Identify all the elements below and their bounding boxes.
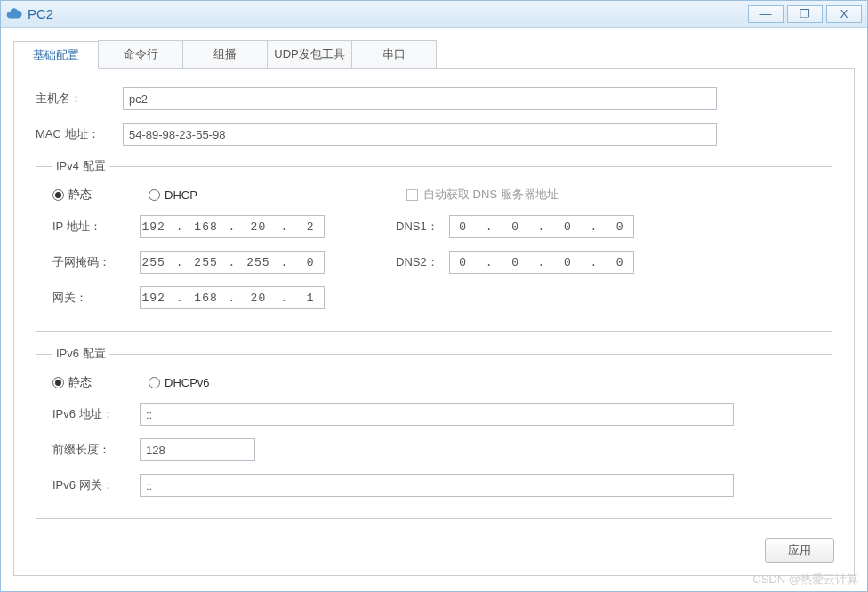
ip-label: IP 地址： (52, 219, 140, 235)
mask-label: 子网掩码： (52, 254, 140, 270)
ipv6-gw-input[interactable] (140, 474, 734, 497)
dns2-label: DNS2： (396, 254, 449, 270)
radio-icon (149, 189, 160, 201)
ipv6-static-radio[interactable]: 静态 (52, 374, 140, 390)
ipv6-static-label: 静态 (68, 374, 92, 390)
tabbar: 基础配置 命令行 组播 UDP发包工具 串口 (13, 40, 855, 69)
ipv6-legend: IPv6 配置 (52, 346, 109, 362)
ipv4-legend: IPv4 配置 (52, 158, 109, 174)
hostname-input[interactable] (123, 87, 717, 110)
radio-icon (149, 377, 160, 388)
auto-dns-checkbox[interactable]: 自动获取 DNS 服务器地址 (406, 187, 559, 203)
ipv6-gw-label: IPv6 网关： (52, 477, 140, 493)
gw-input[interactable]: 192. 168. 20. 1 (140, 286, 325, 309)
panel-basic: 主机名： MAC 地址： IPv4 配置 静态 DHCP (13, 69, 855, 576)
auto-dns-label: 自动获取 DNS 服务器地址 (423, 187, 559, 203)
mac-input[interactable] (123, 123, 717, 146)
ipv4-static-radio[interactable]: 静态 (52, 187, 140, 203)
ipv4-static-label: 静态 (68, 187, 92, 203)
ipv4-dhcp-radio[interactable]: DHCP (149, 188, 398, 202)
mac-label: MAC 地址： (36, 126, 123, 142)
window-title: PC2 (28, 6, 53, 21)
ipv6-addr-label: IPv6 地址： (52, 406, 140, 422)
mask-input[interactable]: 255. 255. 255. 0 (140, 251, 325, 274)
ipv4-fieldset: IPv4 配置 静态 DHCP 自动获取 DNS 服务器地址 (36, 158, 832, 332)
checkbox-icon (406, 189, 418, 201)
ip-input[interactable]: 192. 168. 20. 2 (140, 215, 325, 238)
minimize-button[interactable]: — (748, 5, 784, 23)
ipv6-dhcp-label: DHCPv6 (165, 376, 210, 389)
maximize-button[interactable]: ❐ (787, 5, 823, 23)
cloud-icon (6, 6, 22, 22)
ipv6-prefix-label: 前缀长度： (52, 442, 140, 458)
ipv6-dhcp-radio[interactable]: DHCPv6 (149, 376, 210, 389)
dns1-label: DNS1： (396, 219, 449, 235)
titlebar: PC2 — ❐ X (1, 1, 867, 28)
ipv6-addr-input[interactable] (140, 403, 734, 426)
tab-cmdline[interactable]: 命令行 (98, 40, 183, 68)
tab-basic[interactable]: 基础配置 (13, 41, 99, 69)
radio-icon (52, 189, 64, 201)
ipv6-fieldset: IPv6 配置 静态 DHCPv6 IPv6 地址： 前缀长 (36, 346, 832, 519)
dns1-input[interactable]: 0. 0. 0. 0 (449, 215, 634, 238)
tab-serial[interactable]: 串口 (351, 40, 437, 68)
ipv4-dhcp-label: DHCP (165, 188, 197, 202)
hostname-label: 主机名： (36, 91, 123, 107)
radio-icon (52, 377, 64, 388)
app-window: PC2 — ❐ X 基础配置 命令行 组播 UDP发包工具 串口 主机名： MA… (0, 0, 868, 592)
tab-udp[interactable]: UDP发包工具 (267, 40, 352, 68)
tab-multicast[interactable]: 组播 (182, 40, 268, 68)
apply-button[interactable]: 应用 (765, 538, 834, 563)
close-button[interactable]: X (826, 5, 862, 23)
dns2-input[interactable]: 0. 0. 0. 0 (449, 251, 634, 274)
client-area: 基础配置 命令行 组播 UDP发包工具 串口 主机名： MAC 地址： IPv4… (1, 28, 867, 591)
gw-label: 网关： (52, 290, 140, 306)
ipv6-prefix-input[interactable] (140, 438, 255, 461)
